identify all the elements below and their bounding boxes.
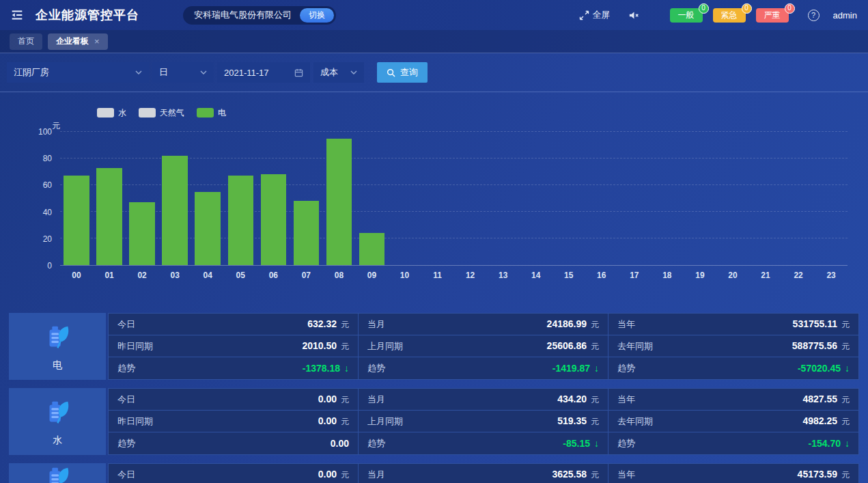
stat-unit: 元 bbox=[591, 469, 599, 481]
tab-bar: 首页企业看板× bbox=[0, 30, 868, 53]
stat-label: 趋势 bbox=[367, 362, 385, 374]
trend-down-icon: ↓ bbox=[344, 363, 349, 374]
company-selector: 安科瑞电气股份有限公司 切换 bbox=[183, 6, 336, 25]
stat-cell: 去年同期588775.56元 bbox=[608, 335, 858, 357]
switch-company-button[interactable]: 切换 bbox=[300, 8, 334, 23]
mute-icon[interactable] bbox=[628, 10, 640, 20]
x-tick-label: 05 bbox=[224, 271, 257, 280]
x-tick-label: 03 bbox=[158, 271, 191, 280]
plot-area bbox=[60, 132, 848, 266]
alarm-button-2[interactable]: 严重0 bbox=[756, 8, 789, 23]
stat-cell: 当年4827.55元 bbox=[608, 389, 858, 411]
stat-grid: 今日0.00元当月3625.58元当年45173.59元 bbox=[108, 463, 859, 483]
y-tick-label: 80 bbox=[43, 154, 52, 163]
stat-label: 趋势 bbox=[617, 362, 635, 374]
stat-label: 上月同期 bbox=[367, 415, 403, 428]
stat-label: 当月 bbox=[367, 469, 385, 481]
bar-电-08 bbox=[326, 139, 352, 265]
stat-unit: 元 bbox=[341, 394, 349, 406]
x-tick-label: 19 bbox=[684, 271, 716, 280]
stat-value: 519.35 bbox=[557, 415, 587, 426]
legend-item-1[interactable]: 天然气 bbox=[139, 107, 184, 119]
page-title: 企业能源管控平台 bbox=[36, 7, 139, 23]
tab-0[interactable]: 首页 bbox=[10, 33, 42, 50]
energy-type-tile: 水 bbox=[9, 388, 106, 455]
x-tick-label: 14 bbox=[520, 271, 552, 280]
stat-value: -1419.87 bbox=[552, 363, 590, 374]
close-icon[interactable]: × bbox=[94, 36, 100, 46]
stat-cell: 今日0.00元 bbox=[109, 389, 359, 411]
stat-label: 趋势 bbox=[617, 437, 635, 450]
bar-电-03 bbox=[162, 156, 187, 265]
stat-value: 632.32 bbox=[307, 318, 337, 329]
stat-cell: 趋势-1378.18↓ bbox=[109, 357, 359, 379]
energy-type-tile bbox=[9, 463, 106, 483]
stat-value: 2010.50 bbox=[302, 340, 337, 351]
x-axis: 0001020304050607080910111213141516171819… bbox=[60, 271, 848, 280]
energy-stats-table: 电今日632.32元当月24186.99元当年531755.11元昨日同期201… bbox=[9, 313, 859, 483]
x-tick-label: 09 bbox=[355, 271, 388, 280]
stat-value: 434.20 bbox=[557, 394, 587, 404]
stat-cell: 去年同期4982.25元 bbox=[608, 411, 858, 432]
stat-cell: 趋势-1419.87↓ bbox=[359, 357, 608, 379]
alarm-button-1[interactable]: 紧急0 bbox=[713, 8, 746, 23]
site-select[interactable]: 江阴厂房 bbox=[7, 62, 149, 83]
alarm-count-badge: 0 bbox=[742, 3, 752, 14]
stat-unit: 元 bbox=[591, 394, 599, 406]
x-tick-label: 16 bbox=[585, 271, 618, 280]
energy-type-label: 水 bbox=[53, 434, 62, 447]
stat-unit: 元 bbox=[841, 319, 850, 331]
period-select[interactable]: 日 bbox=[152, 62, 214, 83]
stat-label: 趋势 bbox=[117, 437, 135, 450]
alarm-button-0[interactable]: 一般0 bbox=[670, 8, 703, 23]
energy-tile-icon bbox=[42, 397, 73, 428]
stat-unit: 元 bbox=[591, 416, 599, 428]
stat-cell: 趋势0.00 bbox=[109, 432, 359, 454]
stat-cell: 当年531755.11元 bbox=[608, 314, 858, 335]
stat-label: 今日 bbox=[117, 469, 135, 481]
y-axis-unit: 元 bbox=[52, 120, 60, 132]
bar-电-04 bbox=[195, 192, 220, 265]
bar-电-05 bbox=[228, 176, 253, 265]
metric-select[interactable]: 成本 bbox=[313, 62, 364, 83]
tab-1[interactable]: 企业看板× bbox=[48, 33, 108, 50]
legend-swatch bbox=[197, 108, 214, 118]
fullscreen-button[interactable]: 全屏 bbox=[579, 9, 611, 21]
stat-unit: 元 bbox=[341, 319, 349, 331]
x-tick-label: 11 bbox=[421, 271, 454, 280]
energy-cost-chart: 水天然气电 元 020406080100 0001020304050607080… bbox=[0, 107, 868, 280]
x-tick-label: 02 bbox=[126, 271, 158, 280]
legend-item-0[interactable]: 水 bbox=[97, 107, 126, 119]
site-select-value: 江阴厂房 bbox=[14, 66, 49, 79]
help-icon[interactable]: ? bbox=[808, 10, 820, 21]
menu-fold-icon[interactable] bbox=[10, 8, 25, 23]
chevron-down-icon bbox=[350, 70, 357, 74]
stat-label: 当年 bbox=[617, 394, 635, 406]
stat-unit: 元 bbox=[591, 341, 599, 353]
stat-label: 去年同期 bbox=[617, 340, 653, 353]
legend-label: 电 bbox=[218, 107, 226, 119]
alarm-count-badge: 0 bbox=[699, 3, 709, 14]
legend-item-2[interactable]: 电 bbox=[197, 107, 226, 119]
y-tick-label: 60 bbox=[43, 180, 52, 190]
stat-label: 昨日同期 bbox=[117, 415, 153, 428]
x-tick-label: 21 bbox=[749, 271, 782, 280]
stat-value: 588775.56 bbox=[792, 340, 837, 351]
fullscreen-icon bbox=[579, 10, 589, 20]
stat-label: 趋势 bbox=[367, 437, 385, 450]
x-tick-label: 06 bbox=[257, 271, 290, 280]
stat-group-2: 今日0.00元当月3625.58元当年45173.59元 bbox=[9, 463, 859, 483]
stat-cell: 今日0.00元 bbox=[109, 464, 359, 483]
stat-label: 趋势 bbox=[117, 362, 135, 374]
stat-label: 当年 bbox=[617, 318, 635, 331]
stat-unit: 元 bbox=[841, 394, 850, 406]
bar-电-09 bbox=[359, 233, 384, 265]
user-menu[interactable]: admin bbox=[833, 10, 857, 20]
search-button[interactable]: 查询 bbox=[377, 62, 428, 83]
fullscreen-label: 全屏 bbox=[593, 9, 611, 21]
legend-swatch bbox=[97, 108, 114, 118]
stat-unit: 元 bbox=[341, 416, 349, 428]
date-input[interactable]: 2021-11-17 bbox=[217, 62, 310, 83]
trend-down-icon: ↓ bbox=[594, 363, 599, 374]
y-tick-label: 40 bbox=[43, 208, 52, 217]
